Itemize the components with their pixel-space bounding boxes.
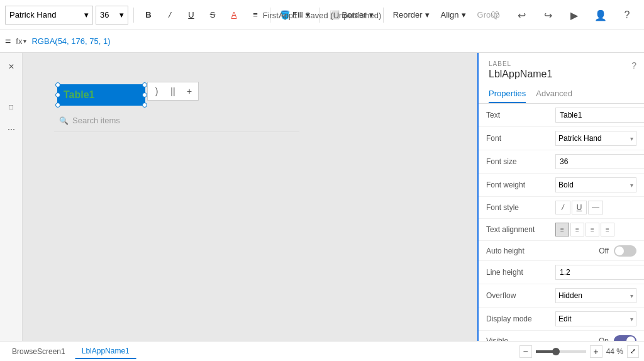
reorder-chevron-icon: ▾ (425, 10, 430, 19)
close-icon[interactable]: ✕ (3, 58, 20, 75)
visible-toggle-knob (626, 336, 635, 342)
prop-autoheight-value: Off (599, 247, 609, 255)
prop-fontstyle: Font style / U — (479, 197, 644, 219)
prop-fontweight-select[interactable]: Bold ▾ (555, 177, 636, 192)
handle-tr[interactable] (142, 82, 147, 87)
sidebar-tool-icon[interactable]: □ (3, 98, 20, 116)
left-sidebar: ✕ □ ⋯ (0, 53, 23, 341)
formula-input[interactable] (31, 36, 639, 46)
heartbeat-button[interactable]: ♡ (486, 6, 504, 25)
sidebar-ellipsis-icon[interactable]: ⋯ (3, 121, 20, 138)
italic-button[interactable]: / (160, 6, 179, 25)
align-justify-btn[interactable]: ≡ (601, 223, 614, 236)
prop-lineheight-label: Line height (486, 268, 555, 277)
font-size-select[interactable]: 36 ▾ (96, 6, 128, 25)
panel-tabs: Properties Advanced (479, 85, 644, 104)
prop-font-select[interactable]: Patrick Hand ▾ (555, 131, 636, 146)
bold-button[interactable]: B (139, 6, 158, 25)
elem-bracket-btn[interactable]: ) (149, 84, 164, 99)
prop-displaymode-select[interactable]: Edit ▾ (555, 311, 636, 326)
search-bar[interactable]: 🔍 Search items (54, 109, 299, 132)
tab-lbl-appname[interactable]: LblAppName1 (75, 343, 136, 359)
text-align-button[interactable]: ≡ (246, 6, 265, 25)
title-actions: ♡ ↩ ↪ ▶ 👤 ? (486, 0, 644, 30)
prop-fontweight-value: Bold (558, 181, 574, 189)
prop-textalign: Text alignment ≡ ≡ ≡ ≡ (479, 219, 644, 241)
align-group: ≡ ≡ ≡ ≡ (555, 223, 614, 236)
prop-overflow: Overflow Hidden ▾ (479, 284, 644, 308)
bottom-bar: BrowseScreen1 LblAppName1 − + 44 % ⤢ (0, 341, 644, 361)
zoom-in-button[interactable]: + (590, 345, 602, 358)
prop-lineheight-input[interactable] (555, 265, 644, 280)
user-button[interactable]: 👤 (591, 6, 610, 25)
prop-fontweight-label: Font weight (486, 181, 555, 189)
handle-bl[interactable] (55, 103, 60, 108)
font-color-button[interactable]: A (225, 6, 243, 25)
elem-plus-btn[interactable]: + (182, 84, 197, 99)
handle-right[interactable] (142, 92, 147, 97)
prop-visible: Visible On (479, 331, 644, 341)
undo-button[interactable]: ↩ (512, 6, 531, 25)
fit-screen-button[interactable]: ⤢ (627, 345, 639, 358)
panel-component-name: LblAppName1 (489, 69, 634, 80)
prop-lineheight: Line height (479, 261, 644, 284)
zoom-slider-thumb (552, 348, 560, 355)
prop-fontsize-input[interactable] (555, 154, 644, 169)
font-size-value: 36 (100, 10, 109, 19)
align-left-btn[interactable]: ≡ (555, 223, 569, 236)
help-button[interactable]: ? (618, 6, 636, 25)
prop-text: Text (479, 104, 644, 127)
handle-br[interactable] (142, 103, 147, 108)
align-right-btn[interactable]: ≡ (586, 223, 599, 236)
search-icon: 🔍 (59, 116, 69, 125)
prop-text-label: Text (486, 111, 555, 119)
align-dropdown[interactable]: Align ▾ (436, 6, 470, 25)
strikethrough-style-btn[interactable]: — (588, 201, 603, 214)
prop-autoheight-label: Auto height (486, 247, 555, 255)
font-style-group: / U — (555, 201, 603, 214)
prop-overflow-select[interactable]: Hidden ▾ (555, 288, 636, 303)
prop-fontsize: Font size (479, 150, 644, 174)
reorder-dropdown[interactable]: Reorder ▾ (389, 6, 434, 25)
prop-font: Font Patrick Hand ▾ (479, 127, 644, 150)
autoheight-toggle-knob (615, 247, 624, 255)
redo-button[interactable]: ↪ (538, 6, 557, 25)
label-text: Table1 (64, 89, 95, 101)
prop-displaymode: Display mode Edit ▾ (479, 308, 644, 331)
prop-fontweight-chevron-icon: ▾ (630, 182, 633, 189)
separator-4 (383, 8, 384, 23)
zoom-out-button[interactable]: − (519, 345, 532, 358)
prop-font-value: Patrick Hand (558, 134, 602, 143)
label-element[interactable]: Table1 (57, 84, 145, 106)
zoom-slider[interactable] (536, 350, 586, 353)
tab-properties[interactable]: Properties (489, 85, 526, 103)
canvas-area: Table1 ) || + 🔍 Search items Andy Champa… (23, 53, 477, 341)
formula-fx[interactable]: fx ▾ (16, 36, 26, 46)
elem-pipe-btn[interactable]: || (165, 84, 180, 99)
panel-help-button[interactable]: ? (631, 60, 636, 70)
panel-header: LABEL LblAppName1 ? (479, 53, 644, 85)
align-center-btn[interactable]: ≡ (570, 223, 584, 236)
autoheight-toggle[interactable] (614, 245, 636, 257)
panel-type-tag: LABEL (489, 60, 634, 67)
font-name: Patrick Hand (9, 10, 56, 19)
handle-tl[interactable] (55, 82, 60, 87)
font-select[interactable]: Patrick Hand ▾ (5, 6, 93, 25)
zoom-controls: − + 44 % ⤢ (519, 345, 639, 358)
italic-style-btn[interactable]: / (555, 201, 570, 214)
font-size-chevron-icon: ▾ (119, 10, 124, 19)
strikethrough-button[interactable]: S (203, 6, 222, 25)
handle-left[interactable] (55, 92, 60, 97)
prop-overflow-chevron-icon: ▾ (630, 292, 633, 299)
play-button[interactable]: ▶ (565, 6, 584, 25)
font-chevron-icon: ▾ (84, 10, 89, 19)
visible-toggle[interactable] (614, 335, 636, 342)
prop-overflow-label: Overflow (486, 291, 555, 300)
prop-fontsize-label: Font size (486, 157, 555, 166)
element-toolbar: ) || + (147, 82, 199, 101)
tab-advanced[interactable]: Advanced (536, 85, 572, 103)
prop-text-input[interactable] (555, 108, 644, 123)
underline-style-btn[interactable]: U (572, 201, 587, 214)
tab-browse-screen[interactable]: BrowseScreen1 (5, 344, 72, 359)
underline-button[interactable]: U (182, 6, 201, 25)
